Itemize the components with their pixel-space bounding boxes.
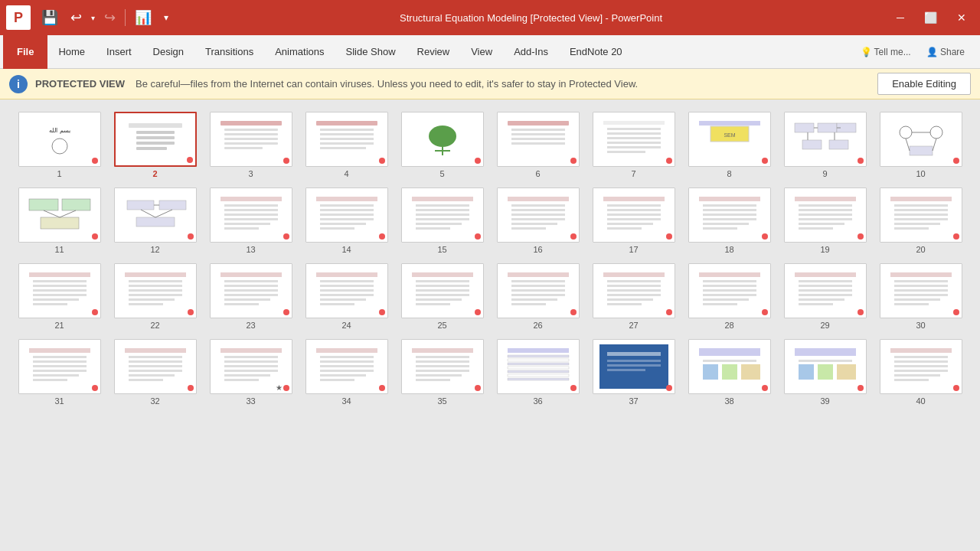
slide-item-11[interactable]: 11 xyxy=(15,187,103,254)
tab-home[interactable]: Home xyxy=(47,35,96,69)
close-button[interactable]: ✕ xyxy=(949,8,974,27)
slide-item-19[interactable]: 19 xyxy=(781,187,869,254)
slide-thumbnail-29[interactable] xyxy=(784,263,867,318)
slide-thumbnail-14[interactable] xyxy=(305,187,388,243)
slide-item-28[interactable]: 28 xyxy=(685,263,773,330)
tab-endnote[interactable]: EndNote 20 xyxy=(559,35,633,69)
slide-item-13[interactable]: 13 xyxy=(207,187,295,254)
slide-item-33[interactable]: ★33 xyxy=(207,339,295,406)
slide-thumbnail-25[interactable] xyxy=(401,263,484,318)
slide-item-31[interactable]: 31 xyxy=(15,339,103,406)
slide-thumbnail-37[interactable] xyxy=(593,339,675,394)
slide-item-38[interactable]: 38 xyxy=(685,339,773,406)
slide-thumbnail-20[interactable] xyxy=(880,187,962,243)
save-button[interactable]: 💾 xyxy=(37,8,63,28)
slide-item-24[interactable]: 24 xyxy=(302,263,390,330)
slide-item-14[interactable]: 14 xyxy=(302,187,390,254)
slide-item-26[interactable]: 26 xyxy=(494,263,582,330)
tab-slideshow[interactable]: Slide Show xyxy=(335,35,407,69)
tab-file[interactable]: File xyxy=(3,35,47,69)
slide-thumbnail-28[interactable] xyxy=(688,263,771,318)
slide-item-32[interactable]: 32 xyxy=(111,339,199,406)
tab-transitions[interactable]: Transitions xyxy=(194,35,264,69)
slide-thumbnail-34[interactable] xyxy=(305,339,388,394)
slide-item-3[interactable]: 3 xyxy=(207,112,295,178)
slide-item-39[interactable]: 39 xyxy=(781,339,869,406)
slide-item-17[interactable]: 17 xyxy=(590,187,678,254)
enable-editing-button[interactable]: Enable Editing xyxy=(877,73,971,95)
slide-thumbnail-38[interactable] xyxy=(688,339,771,394)
slide-item-5[interactable]: 5 xyxy=(398,112,486,178)
tab-insert[interactable]: Insert xyxy=(96,35,142,69)
slide-item-37[interactable]: 37 xyxy=(590,339,678,406)
tab-view[interactable]: View xyxy=(460,35,503,69)
slide-thumbnail-39[interactable] xyxy=(784,339,867,394)
slide-thumbnail-4[interactable] xyxy=(305,112,388,167)
slide-thumbnail-18[interactable] xyxy=(688,187,771,243)
slide-thumbnail-19[interactable] xyxy=(784,187,867,243)
minimize-button[interactable]: ─ xyxy=(889,8,912,27)
slide-thumbnail-24[interactable] xyxy=(305,263,388,318)
slide-thumbnail-33[interactable]: ★ xyxy=(210,339,292,394)
tab-design[interactable]: Design xyxy=(142,35,194,69)
slide-thumbnail-17[interactable] xyxy=(593,187,675,243)
slide-thumbnail-35[interactable] xyxy=(401,339,484,394)
slide-thumbnail-5[interactable] xyxy=(401,112,484,167)
slide-item-8[interactable]: SEM8 xyxy=(685,112,773,178)
slide-thumbnail-6[interactable] xyxy=(497,112,580,167)
slide-item-16[interactable]: 16 xyxy=(494,187,582,254)
slide-thumbnail-22[interactable] xyxy=(114,263,197,318)
slide-thumbnail-7[interactable] xyxy=(593,112,675,167)
tell-me-button[interactable]: 💡 Tell me... xyxy=(854,44,917,60)
slide-item-23[interactable]: 23 xyxy=(207,263,295,330)
slide-item-30[interactable]: 30 xyxy=(877,263,965,330)
slide-item-29[interactable]: 29 xyxy=(781,263,869,330)
slide-thumbnail-8[interactable]: SEM xyxy=(688,112,771,167)
undo-dropdown[interactable]: ▾ xyxy=(90,12,96,24)
present-button[interactable]: 📊 xyxy=(130,8,156,28)
slide-thumbnail-31[interactable] xyxy=(18,339,101,394)
slide-thumbnail-13[interactable] xyxy=(210,187,292,243)
slide-thumbnail-2[interactable] xyxy=(114,112,197,167)
slide-item-15[interactable]: 15 xyxy=(398,187,486,254)
slide-thumbnail-32[interactable] xyxy=(114,339,197,394)
tab-animations[interactable]: Animations xyxy=(264,35,335,69)
slide-item-20[interactable]: 20 xyxy=(877,187,965,254)
undo-button[interactable]: ↩ xyxy=(66,8,87,28)
slide-item-7[interactable]: 7 xyxy=(590,112,678,178)
slide-thumbnail-15[interactable] xyxy=(401,187,484,243)
slide-item-34[interactable]: 34 xyxy=(302,339,390,406)
slide-item-1[interactable]: بسم الله1 xyxy=(15,112,103,178)
slide-thumbnail-26[interactable] xyxy=(497,263,580,318)
slide-item-2[interactable]: 2 xyxy=(111,112,199,178)
slide-thumbnail-30[interactable] xyxy=(880,263,962,318)
slide-item-25[interactable]: 25 xyxy=(398,263,486,330)
slide-item-4[interactable]: 4 xyxy=(302,112,390,178)
redo-button[interactable]: ↪ xyxy=(100,8,120,28)
tab-review[interactable]: Review xyxy=(407,35,461,69)
customize-button[interactable]: ▾ xyxy=(159,11,173,24)
share-button[interactable]: 👤 Share xyxy=(920,44,971,60)
slide-item-12[interactable]: 12 xyxy=(111,187,199,254)
slide-item-22[interactable]: 22 xyxy=(111,263,199,330)
slide-thumbnail-12[interactable] xyxy=(114,187,197,243)
slide-thumbnail-16[interactable] xyxy=(497,187,580,243)
slide-thumbnail-27[interactable] xyxy=(593,263,675,318)
slide-item-40[interactable]: 40 xyxy=(877,339,965,406)
restore-button[interactable]: ⬜ xyxy=(916,8,945,27)
slide-item-35[interactable]: 35 xyxy=(398,339,486,406)
tab-addins[interactable]: Add-Ins xyxy=(503,35,559,69)
slide-item-21[interactable]: 21 xyxy=(15,263,103,330)
slide-item-36[interactable]: 36 xyxy=(494,339,582,406)
slide-thumbnail-9[interactable] xyxy=(784,112,867,167)
slide-thumbnail-10[interactable] xyxy=(880,112,962,167)
slide-item-10[interactable]: 10 xyxy=(877,112,965,178)
slide-item-18[interactable]: 18 xyxy=(685,187,773,254)
slide-thumbnail-3[interactable] xyxy=(210,112,292,167)
slide-item-6[interactable]: 6 xyxy=(494,112,582,178)
slide-thumbnail-23[interactable] xyxy=(210,263,292,318)
slide-thumbnail-40[interactable] xyxy=(880,339,962,394)
slide-thumbnail-36[interactable] xyxy=(497,339,580,394)
slide-thumbnail-11[interactable] xyxy=(18,187,101,243)
slide-thumbnail-21[interactable] xyxy=(18,263,101,318)
